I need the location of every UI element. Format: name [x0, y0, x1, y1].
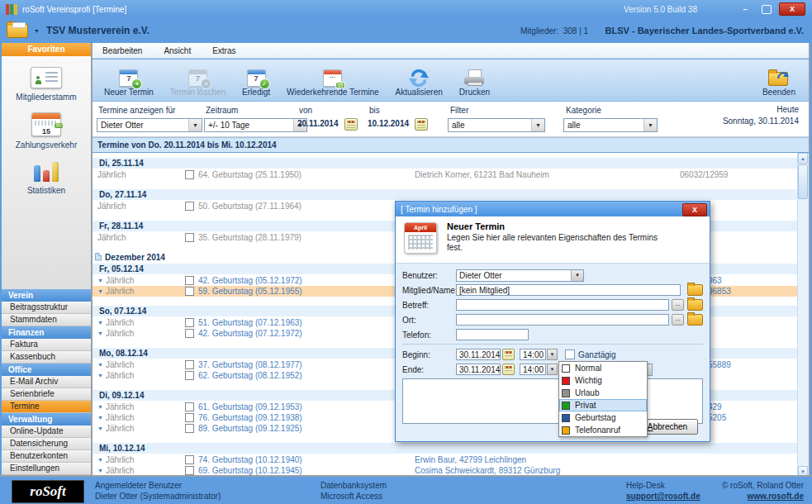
done-checkbox[interactable]	[185, 276, 194, 285]
sidebar-item-termine[interactable]: Termine	[2, 401, 91, 413]
sidebar-item-serienbriefe[interactable]: Serienbriefe	[2, 388, 91, 401]
expand-arrow-icon[interactable]: ▼	[97, 404, 103, 410]
sidebar-item-e-mail-archiv[interactable]: E-Mail Archiv	[2, 376, 91, 388]
ende-time-dropdown-icon[interactable]: ▼	[547, 364, 558, 375]
toolbar-neuer-termin[interactable]: 7+Neuer Termin	[96, 62, 162, 98]
done-checkbox[interactable]	[185, 466, 194, 475]
benutzer-select[interactable]: Dieter Otter▼	[456, 269, 584, 282]
notes-textarea[interactable]	[402, 378, 703, 424]
von-calendar-icon[interactable]	[344, 118, 358, 131]
category-option-privat[interactable]: Privat	[559, 399, 647, 411]
category-option-normal[interactable]: Normal	[559, 362, 647, 374]
done-checkbox[interactable]	[185, 318, 194, 327]
beginn-time-input[interactable]: 14:00	[520, 349, 546, 360]
ganztaegig-checkbox[interactable]	[565, 349, 575, 359]
ort-folder-icon[interactable]	[687, 314, 703, 326]
expand-arrow-icon[interactable]: ▼	[97, 362, 103, 368]
menu-ansicht[interactable]: Ansicht	[164, 46, 191, 55]
category-option-geburtstag[interactable]: Geburtstag	[559, 411, 647, 424]
done-checkbox[interactable]	[185, 360, 194, 369]
done-checkbox[interactable]	[185, 424, 194, 433]
footer-help-title: Help-Desk	[626, 480, 700, 491]
toolbar-wiederkehrende-termine[interactable]: ···15Wiederkehrende Termine	[278, 62, 387, 98]
toolbar-drucken[interactable]: Drucken	[451, 62, 498, 98]
sidebar-item-faktura[interactable]: Faktura	[2, 339, 91, 351]
ganztaegig-checkbox-row[interactable]: Ganztägig	[565, 349, 616, 359]
menu-extras[interactable]: Extras	[212, 46, 235, 55]
bis-calendar-icon[interactable]	[415, 118, 428, 131]
sidebar-item-zahlungsverkehr[interactable]: Fr15Zahlungsverkehr	[2, 112, 91, 150]
menu-bearbeiten[interactable]: Bearbeiten	[102, 46, 142, 55]
beginn-time-dropdown-icon[interactable]: ▼	[547, 349, 558, 360]
kategorie-select[interactable]: alle▼	[563, 118, 658, 132]
category-option-wichtig[interactable]: Wichtig	[559, 374, 647, 387]
sidebar-item-stammdaten[interactable]: Stammdaten	[2, 314, 91, 326]
dialog-title: [ Termin hinzufügen ]	[401, 205, 477, 214]
sidebar-item-statistiken[interactable]: Statistiken	[2, 160, 91, 195]
sidebar-item-beitragsstruktur[interactable]: Beitragsstruktur	[2, 302, 91, 314]
footer-website-link[interactable]: www.rosoft.de	[722, 491, 804, 502]
expand-arrow-icon[interactable]: ▼	[97, 320, 103, 326]
beginn-calendar-icon[interactable]	[502, 349, 515, 360]
ende-time-input[interactable]: 14:00	[520, 364, 546, 375]
sidebar-section-verein: Verein	[2, 289, 91, 302]
betreff-input[interactable]	[456, 299, 669, 311]
toolbar-aktualisieren[interactable]: Aktualisieren	[387, 62, 451, 98]
filter-select[interactable]: alle▼	[448, 118, 545, 132]
beginn-date-input[interactable]: 30.11.2014	[456, 349, 501, 360]
expand-arrow-icon[interactable]: ▼	[97, 426, 103, 431]
expand-arrow-icon[interactable]: ▼	[97, 278, 103, 283]
zeitraum-select[interactable]: +/- 10 Tage▼	[204, 118, 307, 132]
expand-arrow-icon[interactable]: ▼	[97, 457, 103, 463]
done-checkbox[interactable]	[185, 233, 194, 242]
scroll-up-icon[interactable]: ▲	[798, 153, 808, 164]
category-option-telefonanruf[interactable]: Telefonanruf	[559, 424, 647, 436]
toolbar-erledigt[interactable]: 7✓Erledigt	[234, 62, 278, 98]
sidebar-item-benutzerkonten[interactable]: Benutzerkonten	[2, 450, 91, 463]
sidebar-item-online-update[interactable]: Online-Update	[2, 426, 91, 438]
ort-input[interactable]	[456, 314, 669, 326]
von-date[interactable]: 20.11.2014	[297, 119, 339, 128]
done-checkbox[interactable]	[185, 170, 194, 179]
club-dropdown-icon[interactable]: ▼	[34, 28, 40, 34]
sidebar-item-mitgliederstamm[interactable]: Mitgliederstamm	[2, 67, 91, 102]
expand-arrow-icon[interactable]: ▼	[97, 415, 103, 421]
expand-arrow-icon[interactable]: ▼	[97, 288, 103, 294]
mitglied-input[interactable]: [kein Mitglied]	[456, 284, 681, 296]
ort-ellipsis-button[interactable]: ...	[672, 314, 684, 326]
expand-arrow-icon[interactable]: ▼	[97, 373, 103, 378]
show-for-select[interactable]: Dieter Otter▼	[97, 118, 202, 132]
close-button[interactable]	[779, 2, 805, 16]
betreff-ellipsis-button[interactable]: ...	[672, 299, 684, 311]
sidebar-item-datensicherung[interactable]: Datensicherung	[2, 438, 91, 450]
club-folder-icon[interactable]	[7, 24, 28, 38]
appointment-row[interactable]: ▼Jährlich74. Geburtstag (10.12.1940)Erwi…	[93, 454, 797, 465]
done-checkbox[interactable]	[185, 413, 194, 422]
sidebar-item-einstellungen[interactable]: Einstellungen	[2, 463, 91, 475]
appointment-row[interactable]: Jährlich64. Geburtstag (25.11.1950)Dietr…	[93, 169, 797, 180]
member-lookup-folder-icon[interactable]	[687, 284, 703, 296]
sidebar-item-kassenbuch[interactable]: Kassenbuch	[2, 351, 91, 364]
dialog-close-button[interactable]	[682, 203, 707, 216]
done-checkbox[interactable]	[185, 287, 194, 296]
ende-calendar-icon[interactable]	[502, 364, 515, 375]
done-checkbox[interactable]	[185, 202, 194, 211]
maximize-button[interactable]	[762, 5, 772, 14]
betreff-folder-icon[interactable]	[687, 299, 703, 311]
ende-date-input[interactable]: 30.11.2014	[456, 364, 501, 375]
expand-arrow-icon[interactable]: ▼	[97, 330, 103, 336]
footer-help-link[interactable]: support@rosoft.de	[626, 491, 700, 502]
done-checkbox[interactable]	[185, 371, 194, 380]
telefon-input[interactable]	[456, 329, 529, 340]
toolbar-beenden[interactable]: Beenden	[754, 62, 804, 98]
bis-date[interactable]: 10.12.2014	[368, 119, 409, 128]
scrollbar-thumb[interactable]	[798, 164, 808, 199]
done-checkbox[interactable]	[185, 455, 194, 464]
expand-arrow-icon[interactable]: ▼	[97, 468, 103, 473]
minimize-button[interactable]	[736, 3, 754, 15]
done-checkbox[interactable]	[185, 402, 194, 411]
scrollbar[interactable]: ▲ ▼	[797, 153, 809, 477]
done-checkbox[interactable]	[185, 329, 194, 338]
appointment-date-header: Di, 25.11.14	[93, 158, 797, 169]
category-option-urlaub[interactable]: Urlaub	[559, 387, 647, 399]
